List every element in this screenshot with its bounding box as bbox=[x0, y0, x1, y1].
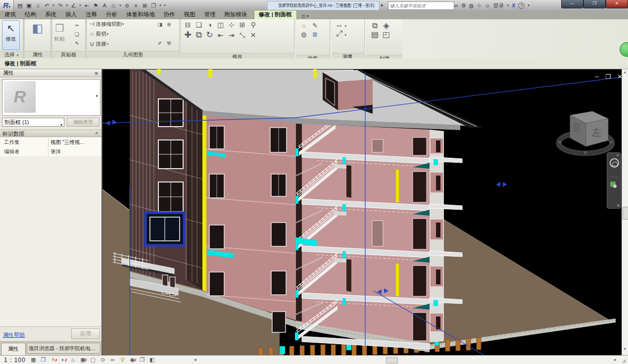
paint-icon[interactable]: ✐ bbox=[156, 39, 164, 48]
3d-view-canvas[interactable]: 左 bbox=[102, 69, 622, 355]
crop-region-visibility-icon[interactable]: ▢ bbox=[89, 356, 97, 364]
tab-insert[interactable]: 插入 bbox=[61, 10, 81, 19]
steering-wheel-icon[interactable] bbox=[610, 158, 619, 168]
measure-angle-icon[interactable]: ⤢ bbox=[335, 29, 344, 38]
view-scale[interactable]: 1 : 100 bbox=[4, 357, 26, 364]
pin-icon[interactable]: ⚲ bbox=[248, 20, 258, 31]
palette-close-icon[interactable]: ✕ bbox=[95, 70, 98, 77]
temporary-view-properties-icon[interactable]: ❐ bbox=[139, 356, 146, 364]
tab-collaborate[interactable]: 协作 bbox=[159, 10, 180, 19]
analytical-model-icon[interactable]: ◧ bbox=[148, 356, 156, 364]
tag-icon[interactable]: ⚑ bbox=[92, 2, 100, 9]
create-assembly-icon[interactable]: ▤ bbox=[370, 30, 380, 39]
3d-view-dropdown-icon[interactable]: ▾ bbox=[118, 3, 122, 7]
close-button[interactable]: ✕ bbox=[606, 0, 628, 8]
apply-button[interactable]: 应用 bbox=[71, 328, 100, 339]
minimize-button[interactable]: ─ bbox=[561, 0, 583, 8]
sign-in-user-icon[interactable]: ☺ bbox=[484, 2, 490, 8]
wall-joins-icon[interactable]: ◨ bbox=[156, 20, 164, 29]
sign-in-caret-icon[interactable]: ▾ bbox=[507, 3, 509, 7]
panel-label-properties[interactable]: 属性 bbox=[25, 51, 50, 58]
vertical-scroll-thumb[interactable] bbox=[623, 207, 628, 220]
tab-view[interactable]: 视图 bbox=[180, 10, 200, 19]
property-row-edited-by[interactable]: 编辑者 张洋 bbox=[0, 147, 101, 157]
measure-dropdown-icon[interactable]: ▾ bbox=[78, 3, 82, 7]
restore-button[interactable]: ❐ bbox=[583, 0, 606, 8]
panel-label-select[interactable]: 选择 ▾ bbox=[0, 51, 23, 58]
scroll-down-icon[interactable]: ▼ bbox=[623, 347, 627, 351]
tab-systems[interactable]: 系统 bbox=[41, 10, 61, 19]
override-graphics-icon[interactable]: ✎ bbox=[310, 21, 320, 30]
properties-palette-title[interactable]: 属性 ✕ bbox=[0, 69, 101, 77]
exchange-apps-icon[interactable]: X bbox=[512, 2, 515, 8]
type-preview-box[interactable]: R ▾ bbox=[2, 79, 100, 116]
open-file-icon[interactable]: ▤ bbox=[16, 2, 24, 9]
paste-button[interactable]: ❒ 粘贴 bbox=[54, 21, 65, 43]
section-icon[interactable]: ⊘ bbox=[123, 2, 131, 9]
rotate-icon[interactable]: ↻ bbox=[205, 31, 215, 41]
text-icon[interactable]: A bbox=[100, 2, 109, 8]
redo-dropdown-icon[interactable]: ▾ bbox=[65, 3, 69, 7]
properties-palette-button[interactable]: ◧ bbox=[32, 21, 44, 36]
delete-icon[interactable]: ✕ bbox=[248, 31, 258, 41]
property-value[interactable]: 张洋 bbox=[48, 147, 101, 156]
scroll-left-icon[interactable]: ◂ bbox=[194, 357, 196, 362]
cut-icon[interactable]: ✂ bbox=[73, 21, 81, 30]
create-group-icon[interactable]: ⧉ bbox=[370, 21, 380, 30]
identity-data-header[interactable]: 标识数据 ^ bbox=[0, 130, 101, 137]
search-binoculars-icon[interactable]: ∞ bbox=[454, 2, 458, 8]
type-selector-caret-icon[interactable]: ▾ bbox=[96, 93, 98, 98]
tab-properties-palette[interactable]: 属性 bbox=[1, 343, 26, 355]
tab-analyze[interactable]: 分析 bbox=[101, 10, 122, 19]
aligned-dimension-icon[interactable]: ⇤ bbox=[83, 2, 91, 9]
split-icon[interactable]: ⊹ bbox=[227, 20, 237, 31]
create-parts-icon[interactable]: ◰ bbox=[381, 30, 391, 39]
tab-project-browser[interactable]: 项目浏览器 - 技师学院机电培训... bbox=[27, 343, 100, 354]
horizontal-scroll-thumb[interactable] bbox=[386, 357, 398, 364]
scroll-up-icon[interactable]: ▲ bbox=[623, 70, 627, 74]
drawing-area[interactable]: 左 ─ ❐ ✕ ✕ ▾ bbox=[102, 69, 622, 355]
redo-icon[interactable]: ↷ bbox=[56, 2, 64, 9]
title-expand-icon[interactable]: ▸ bbox=[381, 2, 384, 7]
copy-icon[interactable]: ❏ bbox=[73, 30, 81, 39]
property-row-workset[interactable]: 工作集 视图 "三维视... bbox=[0, 137, 101, 147]
create-similar-icon[interactable]: ◈ bbox=[381, 21, 391, 30]
thin-lines-icon[interactable]: ≡ bbox=[132, 2, 140, 8]
tab-modify-section-box[interactable]: 修改 | 剖面框 bbox=[254, 10, 297, 19]
match-type-icon[interactable]: ✎ bbox=[73, 39, 81, 48]
unlocked-view-icon[interactable]: ⊙ bbox=[99, 356, 106, 364]
help-caret-icon[interactable]: ▾ bbox=[528, 3, 530, 7]
tab-annotate[interactable]: 注释 bbox=[81, 10, 101, 19]
view-restore-icon[interactable]: ❐ bbox=[606, 73, 611, 80]
demolish-icon[interactable]: ⚒ bbox=[165, 39, 173, 48]
reveal-hidden-elements-icon[interactable]: ⚲ bbox=[119, 356, 126, 364]
zoom-tool-icon[interactable] bbox=[610, 182, 616, 187]
displace-elements-icon[interactable]: ≣ bbox=[310, 30, 320, 39]
trim-icon[interactable]: ⇤ bbox=[216, 31, 226, 41]
modify-tool-button[interactable]: ↖ 修改 bbox=[2, 20, 20, 50]
shadows-icon[interactable]: ◐✗ bbox=[59, 356, 67, 364]
tab-structure[interactable]: 结构 bbox=[20, 10, 41, 19]
customize-qat-dropdown-icon[interactable]: ▾ bbox=[163, 3, 167, 7]
communication-center-icon[interactable]: ◍ bbox=[469, 2, 474, 9]
tab-addins[interactable]: 附加模块 bbox=[220, 10, 252, 19]
selected-window[interactable] bbox=[145, 213, 184, 245]
switch-windows-icon[interactable]: ❐ bbox=[149, 2, 158, 9]
crop-view-icon[interactable]: ▣✗ bbox=[79, 356, 87, 364]
properties-help-link[interactable]: 属性帮助 bbox=[3, 331, 25, 339]
default-3d-view-icon[interactable]: ◇ bbox=[109, 2, 118, 9]
sign-in-label[interactable]: 登录 bbox=[493, 2, 504, 9]
undo-dropdown-icon[interactable]: ▾ bbox=[51, 3, 55, 7]
measure-icon[interactable]: ∠ bbox=[69, 2, 78, 9]
view-minimize-icon[interactable]: ─ bbox=[595, 73, 599, 80]
undo-icon[interactable]: ↶ bbox=[43, 2, 51, 9]
navbar-close-icon[interactable]: ✕ bbox=[616, 153, 619, 157]
tab-manage[interactable]: 管理 bbox=[200, 10, 220, 19]
sun-path-icon[interactable]: ☀✗ bbox=[49, 356, 57, 364]
scale-icon[interactable]: ⤡ bbox=[238, 31, 247, 41]
resize-grip-icon[interactable]: ◢ bbox=[622, 358, 626, 363]
offset-icon[interactable]: ❏ bbox=[194, 20, 204, 31]
linework-icon[interactable]: ◍ bbox=[299, 30, 309, 39]
vertical-scrollbar[interactable]: ▲ ▼ bbox=[622, 69, 628, 355]
measure-distance-icon[interactable]: ↔ bbox=[335, 20, 344, 29]
